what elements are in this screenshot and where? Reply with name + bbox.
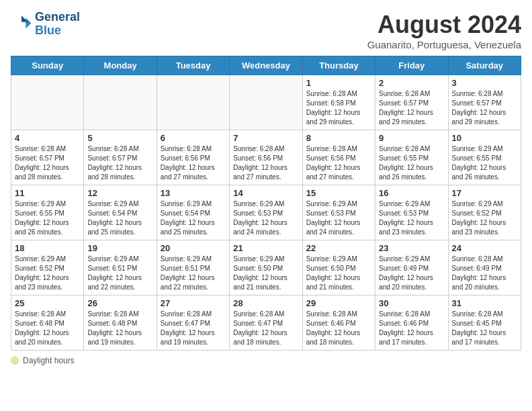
month-title: August 2024 <box>367 11 521 39</box>
calendar-cell <box>157 75 229 130</box>
location-subtitle: Guanarito, Portuguesa, Venezuela <box>367 39 521 50</box>
day-number: 8 <box>306 133 371 143</box>
day-number: 1 <box>306 78 371 88</box>
day-info: Sunrise: 6:29 AM Sunset: 6:54 PM Dayligh… <box>161 199 226 237</box>
calendar-cell: 10Sunrise: 6:29 AM Sunset: 6:55 PM Dayli… <box>448 130 521 185</box>
calendar-cell: 16Sunrise: 6:29 AM Sunset: 6:53 PM Dayli… <box>375 185 448 240</box>
day-info: Sunrise: 6:28 AM Sunset: 6:45 PM Dayligh… <box>452 310 517 347</box>
calendar-cell: 30Sunrise: 6:28 AM Sunset: 6:46 PM Dayli… <box>375 295 448 351</box>
day-number: 23 <box>379 243 444 253</box>
day-number: 17 <box>452 188 517 198</box>
day-info: Sunrise: 6:29 AM Sunset: 6:53 PM Dayligh… <box>233 199 298 237</box>
day-number: 31 <box>452 298 517 308</box>
day-info: Sunrise: 6:29 AM Sunset: 6:53 PM Dayligh… <box>306 199 371 237</box>
day-info: Sunrise: 6:29 AM Sunset: 6:53 PM Dayligh… <box>379 199 444 237</box>
calendar-cell: 14Sunrise: 6:29 AM Sunset: 6:53 PM Dayli… <box>230 185 302 240</box>
day-header-sunday: Sunday <box>11 56 84 75</box>
calendar-cell: 2Sunrise: 6:28 AM Sunset: 6:57 PM Daylig… <box>375 75 448 130</box>
day-number: 25 <box>15 298 80 308</box>
calendar-cell: 3Sunrise: 6:28 AM Sunset: 6:57 PM Daylig… <box>448 75 521 130</box>
day-info: Sunrise: 6:28 AM Sunset: 6:48 PM Dayligh… <box>15 310 80 347</box>
day-number: 13 <box>161 188 226 198</box>
day-number: 3 <box>452 78 517 88</box>
day-info: Sunrise: 6:29 AM Sunset: 6:50 PM Dayligh… <box>233 255 298 292</box>
calendar-cell: 23Sunrise: 6:29 AM Sunset: 6:49 PM Dayli… <box>375 240 448 295</box>
day-number: 18 <box>15 243 80 253</box>
svg-marker-0 <box>26 17 31 28</box>
day-number: 26 <box>87 298 152 308</box>
calendar-week-2: 4Sunrise: 6:28 AM Sunset: 6:57 PM Daylig… <box>11 130 521 185</box>
calendar-cell: 22Sunrise: 6:29 AM Sunset: 6:50 PM Dayli… <box>302 240 375 295</box>
day-info: Sunrise: 6:28 AM Sunset: 6:57 PM Dayligh… <box>452 89 517 127</box>
calendar-cell: 12Sunrise: 6:29 AM Sunset: 6:54 PM Dayli… <box>84 185 157 240</box>
day-info: Sunrise: 6:28 AM Sunset: 6:56 PM Dayligh… <box>161 144 226 182</box>
calendar-cell: 13Sunrise: 6:29 AM Sunset: 6:54 PM Dayli… <box>157 185 229 240</box>
day-info: Sunrise: 6:28 AM Sunset: 6:46 PM Dayligh… <box>306 310 371 347</box>
day-info: Sunrise: 6:29 AM Sunset: 6:51 PM Dayligh… <box>87 255 152 292</box>
day-info: Sunrise: 6:29 AM Sunset: 6:55 PM Dayligh… <box>452 144 517 182</box>
daylight-label: Daylight hours <box>23 356 75 365</box>
calendar-cell: 11Sunrise: 6:29 AM Sunset: 6:55 PM Dayli… <box>11 185 84 240</box>
calendar-table: SundayMondayTuesdayWednesdayThursdayFrid… <box>11 56 521 351</box>
day-info: Sunrise: 6:28 AM Sunset: 6:56 PM Dayligh… <box>233 144 298 182</box>
day-number: 9 <box>379 133 444 143</box>
calendar-week-1: 1Sunrise: 6:28 AM Sunset: 6:58 PM Daylig… <box>11 75 521 130</box>
day-number: 7 <box>233 133 298 143</box>
calendar-cell: 7Sunrise: 6:28 AM Sunset: 6:56 PM Daylig… <box>230 130 302 185</box>
day-number: 2 <box>379 78 444 88</box>
day-header-friday: Friday <box>375 56 448 75</box>
day-number: 21 <box>233 243 298 253</box>
daylight-dot <box>11 357 19 365</box>
day-header-saturday: Saturday <box>448 56 521 75</box>
day-number: 20 <box>161 243 226 253</box>
day-info: Sunrise: 6:28 AM Sunset: 6:57 PM Dayligh… <box>379 89 444 127</box>
day-number: 10 <box>452 133 517 143</box>
day-info: Sunrise: 6:28 AM Sunset: 6:48 PM Dayligh… <box>87 310 152 347</box>
logo-icon <box>11 13 32 35</box>
calendar-cell <box>84 75 157 130</box>
day-header-tuesday: Tuesday <box>157 56 229 75</box>
calendar-cell: 31Sunrise: 6:28 AM Sunset: 6:45 PM Dayli… <box>448 295 521 351</box>
calendar-header: SundayMondayTuesdayWednesdayThursdayFrid… <box>11 56 521 75</box>
day-header-wednesday: Wednesday <box>230 56 302 75</box>
day-number: 28 <box>233 298 298 308</box>
day-info: Sunrise: 6:28 AM Sunset: 6:55 PM Dayligh… <box>379 144 444 182</box>
day-number: 29 <box>306 298 371 308</box>
logo: General Blue <box>11 11 80 38</box>
calendar-cell: 19Sunrise: 6:29 AM Sunset: 6:51 PM Dayli… <box>84 240 157 295</box>
day-number: 16 <box>379 188 444 198</box>
calendar-cell: 26Sunrise: 6:28 AM Sunset: 6:48 PM Dayli… <box>84 295 157 351</box>
day-number: 11 <box>15 188 80 198</box>
day-info: Sunrise: 6:29 AM Sunset: 6:51 PM Dayligh… <box>161 255 226 292</box>
day-header-monday: Monday <box>84 56 157 75</box>
day-number: 30 <box>379 298 444 308</box>
calendar-cell: 15Sunrise: 6:29 AM Sunset: 6:53 PM Dayli… <box>302 185 375 240</box>
calendar-cell: 6Sunrise: 6:28 AM Sunset: 6:56 PM Daylig… <box>157 130 229 185</box>
calendar-body: 1Sunrise: 6:28 AM Sunset: 6:58 PM Daylig… <box>11 75 521 351</box>
page-header: General Blue August 2024 Guanarito, Port… <box>11 11 521 50</box>
calendar-cell: 21Sunrise: 6:29 AM Sunset: 6:50 PM Dayli… <box>230 240 302 295</box>
day-info: Sunrise: 6:29 AM Sunset: 6:55 PM Dayligh… <box>15 199 80 237</box>
calendar-week-4: 18Sunrise: 6:29 AM Sunset: 6:52 PM Dayli… <box>11 240 521 295</box>
day-info: Sunrise: 6:29 AM Sunset: 6:52 PM Dayligh… <box>15 255 80 292</box>
day-number: 14 <box>233 188 298 198</box>
legend: Daylight hours <box>11 356 521 365</box>
calendar-cell: 18Sunrise: 6:29 AM Sunset: 6:52 PM Dayli… <box>11 240 84 295</box>
calendar-cell: 20Sunrise: 6:29 AM Sunset: 6:51 PM Dayli… <box>157 240 229 295</box>
day-number: 27 <box>161 298 226 308</box>
day-info: Sunrise: 6:28 AM Sunset: 6:46 PM Dayligh… <box>379 310 444 347</box>
day-header-thursday: Thursday <box>302 56 375 75</box>
day-info: Sunrise: 6:28 AM Sunset: 6:56 PM Dayligh… <box>306 144 371 182</box>
calendar-cell: 24Sunrise: 6:28 AM Sunset: 6:49 PM Dayli… <box>448 240 521 295</box>
day-info: Sunrise: 6:28 AM Sunset: 6:47 PM Dayligh… <box>233 310 298 347</box>
day-info: Sunrise: 6:28 AM Sunset: 6:58 PM Dayligh… <box>306 89 371 127</box>
day-info: Sunrise: 6:29 AM Sunset: 6:54 PM Dayligh… <box>87 199 152 237</box>
day-info: Sunrise: 6:28 AM Sunset: 6:57 PM Dayligh… <box>15 144 80 182</box>
calendar-cell: 17Sunrise: 6:29 AM Sunset: 6:52 PM Dayli… <box>448 185 521 240</box>
days-of-week-row: SundayMondayTuesdayWednesdayThursdayFrid… <box>11 56 521 75</box>
day-number: 22 <box>306 243 371 253</box>
day-info: Sunrise: 6:29 AM Sunset: 6:52 PM Dayligh… <box>452 199 517 237</box>
day-info: Sunrise: 6:28 AM Sunset: 6:47 PM Dayligh… <box>161 310 226 347</box>
calendar-cell: 1Sunrise: 6:28 AM Sunset: 6:58 PM Daylig… <box>302 75 375 130</box>
day-number: 15 <box>306 188 371 198</box>
